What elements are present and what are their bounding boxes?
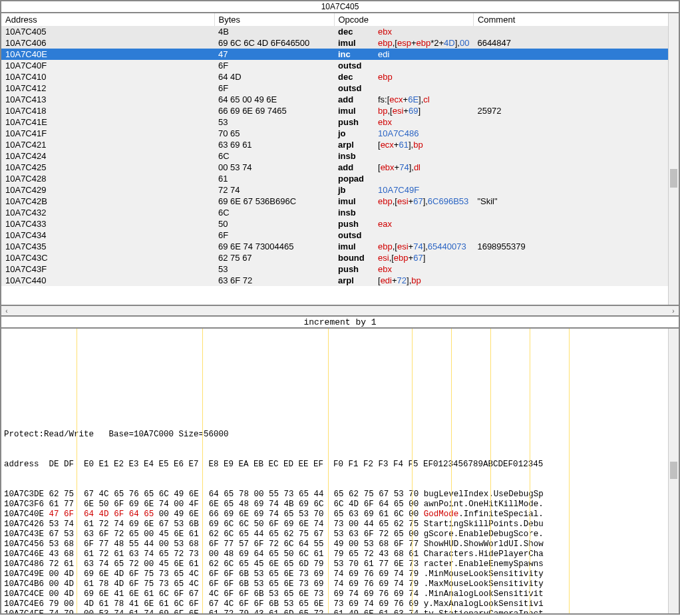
comment-cell: 1698955379 — [473, 241, 679, 252]
opcode-cell: outsd — [334, 60, 374, 71]
address-cell: 10A7C435 — [1, 241, 214, 252]
args-cell: [ecx+61],bp — [374, 139, 473, 150]
disasm-hscrollbar[interactable]: ‹ › — [1, 305, 679, 316]
opcode-cell: imul — [334, 196, 374, 207]
hex-row[interactable]: 10A7C456 53 68 6F 77 48 55 44 00 53 68 6… — [4, 539, 676, 549]
hex-row[interactable]: 10A7C426 53 74 61 72 74 69 6E 67 53 6B 6… — [4, 520, 676, 530]
comment-cell: 6644847 — [473, 37, 679, 49]
disasm-row[interactable]: 10A7C43569 6E 74 73004465imulebp,[esi+74… — [1, 241, 679, 252]
comment-cell — [473, 275, 679, 286]
args-cell: ebp — [374, 71, 473, 82]
opcode-cell: jo — [334, 128, 374, 139]
disasm-row[interactable]: 10A7C40E47incedi — [1, 49, 679, 60]
disasm-row[interactable]: 10A7C41E53pushebx — [1, 116, 679, 128]
args-cell: [ebx+74],dl — [374, 162, 473, 173]
col-address[interactable]: Address — [1, 13, 214, 26]
comment-cell — [473, 26, 679, 37]
hex-row[interactable]: 10A7C49E 00 4D 69 6E 4D 6F 75 73 65 4C 6… — [4, 569, 676, 579]
hex-vscrollbar[interactable] — [668, 329, 679, 613]
hex-protect-line: Protect:Read/Write Base=10A7C000 Size=56… — [4, 430, 676, 440]
address-cell: 10A7C40E — [1, 49, 214, 60]
disasm-row[interactable]: 10A7C42972 74jb10A7C49F — [1, 184, 679, 196]
bytes-cell: 6C — [214, 150, 334, 162]
disasm-row[interactable]: 10A7C4054Bdecebx — [1, 26, 679, 37]
hex-header: address DE DF E0 E1 E2 E3 E4 E5 E6 E7 E8… — [4, 460, 676, 470]
disasm-row[interactable]: 10A7C41F70 65jo10A7C486 — [1, 128, 679, 139]
col-bytes[interactable]: Bytes — [214, 13, 334, 26]
bytes-cell: 6F — [214, 230, 334, 241]
address-cell: 10A7C424 — [1, 150, 214, 162]
bytes-cell: 62 75 67 — [214, 252, 334, 263]
scroll-right-icon[interactable]: › — [668, 305, 679, 316]
hex-pane[interactable]: Protect:Read/Write Base=10A7C000 Size=56… — [1, 328, 679, 614]
bytes-cell: 64 4D — [214, 71, 334, 82]
comment-cell — [473, 128, 679, 139]
hex-row[interactable]: 10A7C4B6 00 4D 61 78 4D 6F 75 73 65 4C 6… — [4, 579, 676, 589]
scrollbar-thumb[interactable] — [670, 169, 677, 188]
disasm-row[interactable]: 10A7C43F53pushebx — [1, 263, 679, 275]
disasm-row[interactable]: 10A7C42861popad — [1, 173, 679, 184]
address-cell: 10A7C412 — [1, 82, 214, 94]
comment-cell — [473, 230, 679, 241]
disasm-row[interactable]: 10A7C40669 6C 6C 4D 6F646500imulebp,[esp… — [1, 37, 679, 49]
opcode-cell: add — [334, 162, 374, 173]
opcode-cell: dec — [334, 71, 374, 82]
bytes-cell: 6C — [214, 207, 334, 218]
disasm-row[interactable]: 10A7C4326Cinsb — [1, 207, 679, 218]
disasm-row[interactable]: 10A7C42B69 6E 67 536B696Cimulebp,[esi+67… — [1, 196, 679, 207]
address-cell: 10A7C42B — [1, 196, 214, 207]
args-cell: fs:[ecx+6E],cl — [374, 94, 473, 105]
disasm-row[interactable]: 10A7C4246Cinsb — [1, 150, 679, 162]
scrollbar-thumb[interactable] — [670, 462, 677, 479]
bytes-cell: 66 69 6E 69 7465 — [214, 105, 334, 116]
address-cell: 10A7C40F — [1, 60, 214, 71]
disasm-row[interactable]: 10A7C41064 4Ddecebp — [1, 71, 679, 82]
bytes-cell: 70 65 — [214, 128, 334, 139]
bytes-cell: 4B — [214, 26, 334, 37]
disasm-vscrollbar[interactable] — [668, 13, 679, 305]
args-cell: 10A7C49F — [374, 184, 473, 196]
comment-cell — [473, 218, 679, 230]
args-cell: 10A7C486 — [374, 128, 473, 139]
opcode-cell: inc — [334, 49, 374, 60]
scroll-left-icon[interactable]: ‹ — [1, 305, 12, 316]
comment-cell — [473, 139, 679, 150]
comment-cell — [473, 82, 679, 94]
hex-row[interactable]: 10A7C43E 67 53 63 6F 72 65 00 45 6E 61 6… — [4, 530, 676, 539]
args-cell — [374, 82, 473, 94]
hex-row[interactable]: 10A7C486 72 61 63 74 65 72 00 45 6E 61 6… — [4, 559, 676, 569]
opcode-cell: insb — [334, 150, 374, 162]
args-cell — [374, 230, 473, 241]
comment-cell: "Skil" — [473, 196, 679, 207]
args-cell — [374, 173, 473, 184]
address-cell: 10A7C43C — [1, 252, 214, 263]
bytes-cell: 72 74 — [214, 184, 334, 196]
comment-cell — [473, 162, 679, 173]
hex-row[interactable]: 10A7C3DE 62 75 67 4C 65 76 65 6C 49 6E 6… — [4, 490, 676, 500]
status-bar: increment by 1 — [1, 316, 679, 328]
disasm-row[interactable]: 10A7C41364 65 00 49 6Eaddfs:[ecx+6E],cl — [1, 94, 679, 105]
disasm-row[interactable]: 10A7C43350pusheax — [1, 218, 679, 230]
disasm-row[interactable]: 10A7C43C62 75 67boundesi,[ebp+67] — [1, 252, 679, 263]
hex-row[interactable]: 10A7C4FE 74 79 00 53 74 61 74 69 6F 6E 6… — [4, 609, 676, 614]
disasm-row[interactable]: 10A7C40F6Foutsd — [1, 60, 679, 71]
hex-row[interactable]: 10A7C4E6 79 00 4D 61 78 41 6E 61 6C 6F 6… — [4, 599, 676, 609]
hex-row[interactable]: 10A7C4CE 00 4D 69 6E 41 6E 61 6C 6F 67 4… — [4, 589, 676, 599]
disasm-row[interactable]: 10A7C4126Foutsd — [1, 82, 679, 94]
disasm-row[interactable]: 10A7C42500 53 74add[ebx+74],dl — [1, 162, 679, 173]
col-comment[interactable]: Comment — [473, 13, 679, 26]
disasm-row[interactable]: 10A7C4346Foutsd — [1, 230, 679, 241]
col-opcode[interactable]: Opcode — [334, 13, 473, 26]
disasm-row[interactable]: 10A7C41866 69 6E 69 7465imulbp,[esi+69]2… — [1, 105, 679, 116]
hex-row[interactable]: 10A7C3F6 61 77 6E 50 6F 69 6E 74 00 4F 6… — [4, 500, 676, 510]
hex-row[interactable]: 10A7C40E 47 6F 64 4D 6F 64 65 00 49 6E 6… — [4, 510, 676, 520]
opcode-cell: bound — [334, 252, 374, 263]
comment-cell — [473, 60, 679, 71]
opcode-cell: imul — [334, 37, 374, 49]
window-title: 10A7C405 — [1, 1, 679, 13]
hex-row[interactable]: 10A7C46E 43 68 61 72 61 63 74 65 72 73 0… — [4, 549, 676, 559]
disasm-row[interactable]: 10A7C42163 69 61arpl[ecx+61],bp — [1, 139, 679, 150]
disasm-row[interactable]: 10A7C44063 6F 72arpl[edi+72],bp — [1, 275, 679, 286]
disassembly-pane[interactable]: Address Bytes Opcode Comment 10A7C4054Bd… — [1, 13, 679, 305]
bytes-cell: 6F — [214, 82, 334, 94]
